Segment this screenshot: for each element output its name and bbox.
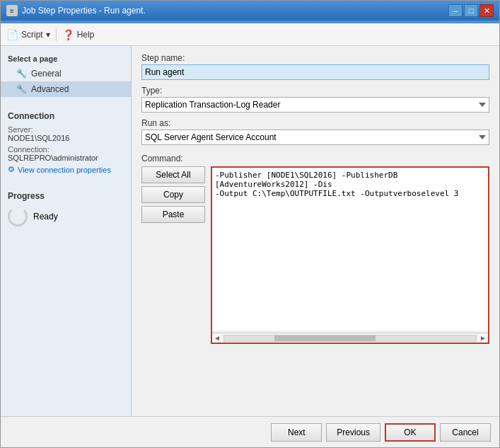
connection-label: Connection: bbox=[8, 145, 124, 154]
type-label: Type: bbox=[141, 86, 489, 96]
horizontal-scrollbar[interactable]: ◄ ► bbox=[212, 333, 488, 343]
select-page-title: Select a page bbox=[1, 52, 131, 66]
connection-value: SQLREPRO\administrator bbox=[8, 154, 124, 162]
window-title: Job Step Properties - Run agent. bbox=[22, 6, 146, 16]
close-button[interactable]: ✕ bbox=[479, 4, 494, 17]
ok-button[interactable]: OK bbox=[385, 423, 436, 442]
type-select[interactable]: Replication Transaction-Log Reader bbox=[141, 97, 489, 113]
view-connection-label: View connection properties bbox=[18, 166, 111, 174]
right-panel: Step name: Type: Replication Transaction… bbox=[132, 46, 499, 416]
command-textarea-wrapper: -Publisher [NODE1\SQL2016] -PublisherDB … bbox=[211, 166, 489, 344]
general-icon: 🔧 bbox=[16, 69, 27, 79]
script-icon: 📄 bbox=[6, 29, 18, 40]
step-name-label: Step name: bbox=[141, 53, 489, 63]
main-window: ≡ Job Step Properties - Run agent. – □ ✕… bbox=[0, 0, 500, 448]
sidebar-item-general-label: General bbox=[31, 69, 62, 79]
title-bar-left: ≡ Job Step Properties - Run agent. bbox=[6, 5, 146, 16]
select-all-button[interactable]: Select All bbox=[141, 166, 205, 183]
nav-buttons: Next Previous bbox=[271, 423, 380, 442]
server-label: Server: bbox=[8, 125, 124, 134]
script-menu[interactable]: 📄 Script ▾ bbox=[6, 29, 50, 40]
step-name-input[interactable] bbox=[141, 64, 489, 80]
command-buttons: Select All Copy Paste bbox=[141, 166, 205, 344]
scroll-left-arrow[interactable]: ◄ bbox=[212, 334, 222, 342]
advanced-icon: 🔧 bbox=[16, 84, 27, 94]
run-as-group: Run as: SQL Server Agent Service Account bbox=[141, 118, 489, 145]
command-label-row: Command: bbox=[141, 151, 489, 163]
help-button[interactable]: ❓ Help bbox=[62, 29, 95, 40]
help-icon: ❓ bbox=[62, 29, 74, 40]
progress-status: Ready bbox=[33, 212, 58, 222]
app-icon: ≡ bbox=[6, 5, 18, 16]
script-label: Script bbox=[21, 30, 43, 40]
view-connection-link[interactable]: ⚙ View connection properties bbox=[8, 165, 124, 174]
title-bar: ≡ Job Step Properties - Run agent. – □ ✕ bbox=[1, 1, 499, 21]
sidebar-item-advanced[interactable]: 🔧 Advanced bbox=[1, 81, 131, 97]
connection-link-icon: ⚙ bbox=[8, 165, 15, 174]
help-label: Help bbox=[77, 30, 95, 40]
script-dropdown-icon: ▾ bbox=[46, 30, 50, 40]
footer: Next Previous OK Cancel bbox=[1, 416, 499, 447]
sidebar-item-advanced-label: Advanced bbox=[31, 84, 69, 94]
progress-area: Ready bbox=[8, 207, 124, 226]
next-button[interactable]: Next bbox=[271, 423, 322, 442]
command-label: Command: bbox=[141, 151, 205, 163]
type-group: Type: Replication Transaction-Log Reader bbox=[141, 86, 489, 113]
sidebar-item-general[interactable]: 🔧 General bbox=[1, 66, 131, 81]
sidebar: Select a page 🔧 General 🔧 Advanced Conne… bbox=[1, 46, 132, 416]
progress-title: Progress bbox=[8, 191, 124, 201]
scrollbar-track bbox=[223, 335, 477, 342]
server-value: NODE1\SQL2016 bbox=[8, 134, 124, 142]
scroll-right-arrow[interactable]: ► bbox=[478, 334, 488, 342]
previous-button[interactable]: Previous bbox=[326, 423, 380, 442]
command-textarea[interactable]: -Publisher [NODE1\SQL2016] -PublisherDB … bbox=[212, 168, 488, 331]
toolbar-sep bbox=[56, 28, 57, 41]
connection-title: Connection bbox=[8, 111, 124, 121]
scrollbar-thumb bbox=[274, 335, 375, 341]
command-area: Command: Select All Copy Paste -Publishe… bbox=[141, 151, 489, 344]
maximize-button[interactable]: □ bbox=[464, 4, 478, 17]
run-as-label: Run as: bbox=[141, 118, 489, 128]
main-content: Select a page 🔧 General 🔧 Advanced Conne… bbox=[1, 46, 499, 416]
toolbar: 📄 Script ▾ ❓ Help bbox=[1, 23, 499, 46]
copy-button[interactable]: Copy bbox=[141, 186, 205, 203]
minimize-button[interactable]: – bbox=[448, 4, 463, 17]
progress-section: Progress Ready bbox=[1, 188, 131, 229]
cancel-button[interactable]: Cancel bbox=[440, 423, 491, 442]
progress-spinner bbox=[8, 207, 28, 226]
connection-section: Connection Server: NODE1\SQL2016 Connect… bbox=[1, 108, 131, 177]
window-controls: – □ ✕ bbox=[448, 4, 494, 17]
command-row: Select All Copy Paste -Publisher [NODE1\… bbox=[141, 166, 489, 344]
step-name-group: Step name: bbox=[141, 53, 489, 80]
paste-button[interactable]: Paste bbox=[141, 206, 205, 223]
run-as-select[interactable]: SQL Server Agent Service Account bbox=[141, 130, 489, 145]
